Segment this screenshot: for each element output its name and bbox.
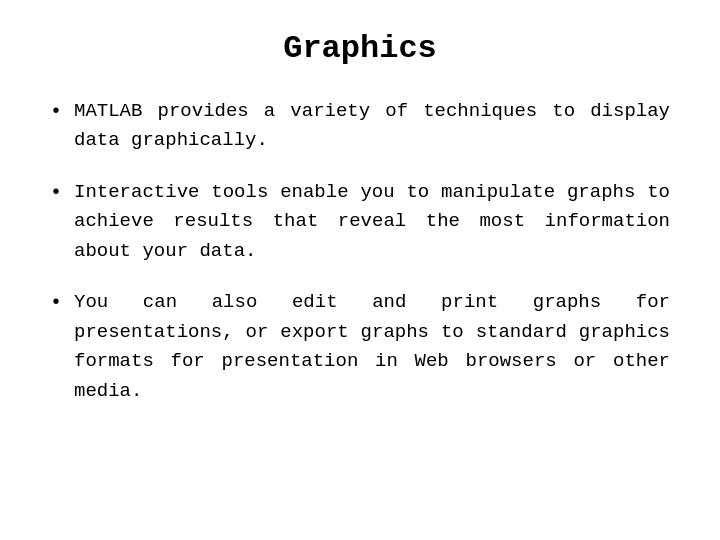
slide-title: Graphics	[50, 30, 670, 67]
bullet-item-3: • You can also edit and print graphs for…	[50, 288, 670, 406]
slide-container: Graphics • MATLAB provides a variety of …	[50, 30, 670, 428]
bullet-item-1: • MATLAB provides a variety of technique…	[50, 97, 670, 156]
bullet-text-2: Interactive tools enable you to manipula…	[74, 178, 670, 266]
bullet-dot-2: •	[50, 178, 62, 208]
bullet-text-3: You can also edit and print graphs for p…	[74, 288, 670, 406]
bullet-text-1: MATLAB provides a variety of techniques …	[74, 97, 670, 156]
bullet-item-2: • Interactive tools enable you to manipu…	[50, 178, 670, 266]
bullet-dot-3: •	[50, 288, 62, 318]
bullet-dot-1: •	[50, 97, 62, 127]
bullet-list: • MATLAB provides a variety of technique…	[50, 97, 670, 406]
